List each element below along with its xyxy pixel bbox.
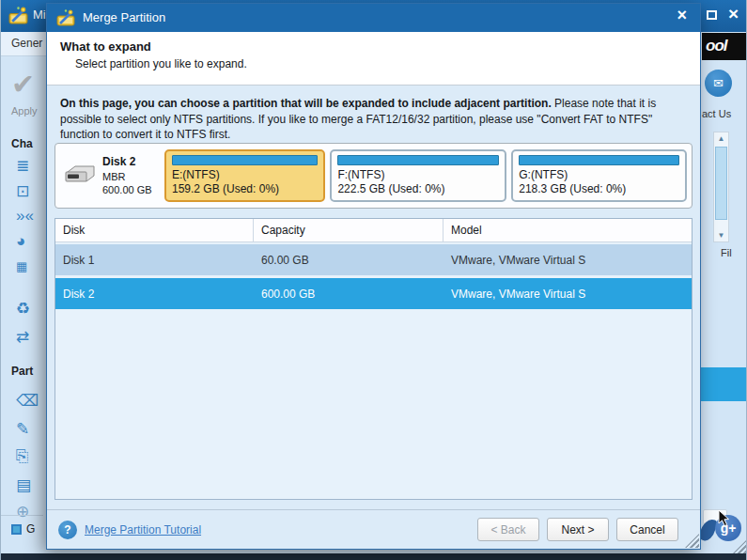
table-row-disk1[interactable]: Disk 1 60.00 GB VMware, VMware Virtual S bbox=[55, 244, 692, 275]
globe-icon[interactable]: ⊕ bbox=[16, 502, 44, 521]
legend-item: G bbox=[11, 522, 35, 536]
cancel-button[interactable]: Cancel bbox=[616, 518, 678, 541]
disk-name: Disk 2 bbox=[102, 155, 152, 170]
copy-icon[interactable]: ⎘ bbox=[16, 447, 44, 466]
column-header-model[interactable]: Model bbox=[444, 219, 692, 241]
disk-map-panel: Disk 2 MBR 600.00 GB E:(NTFS) 159.2 GB (… bbox=[54, 143, 693, 209]
contact-us-label[interactable]: act Us bbox=[702, 108, 731, 119]
cell-capacity: 60.00 GB bbox=[254, 254, 444, 267]
contact-us-icon[interactable]: ✉ bbox=[705, 70, 732, 97]
merge-icon[interactable]: »« bbox=[16, 207, 44, 226]
legend-label: G bbox=[26, 522, 35, 536]
disk-scheme: MBR bbox=[102, 170, 152, 183]
delete-icon[interactable]: ⌫ bbox=[16, 391, 44, 411]
dialog-title: Merge Partition bbox=[83, 10, 165, 24]
dialog-wand-icon bbox=[56, 8, 75, 27]
cell-disk: Disk 2 bbox=[55, 288, 254, 301]
sidebar-divider bbox=[1, 515, 43, 516]
main-window-title: Mi bbox=[33, 8, 46, 22]
dialog-footer: ? Merge Partition Tutorial < Back Next >… bbox=[47, 509, 700, 549]
partition-block-e[interactable]: E:(NTFS) 159.2 GB (Used: 0%) bbox=[164, 149, 325, 202]
scrollbar[interactable]: ▲ ▼ bbox=[713, 132, 729, 242]
tutorial-link[interactable]: Merge Partition Tutorial bbox=[85, 523, 201, 537]
disk-info: Disk 2 MBR 600.00 GB bbox=[60, 155, 160, 196]
partition-info: 159.2 GB (Used: 0%) bbox=[172, 182, 318, 196]
mouse-cursor bbox=[718, 509, 730, 531]
restore-button[interactable] bbox=[707, 10, 717, 20]
menu-general[interactable]: Gener bbox=[1, 32, 46, 56]
partition-block-f[interactable]: F:(NTFS) 222.5 GB (Used: 0%) bbox=[330, 149, 506, 202]
dialog-close-button[interactable]: × bbox=[677, 6, 687, 25]
dialog-titlebar[interactable]: Merge Partition × bbox=[47, 4, 700, 32]
partition-label: G:(NTFS) bbox=[519, 168, 679, 182]
back-button[interactable]: < Back bbox=[477, 518, 539, 541]
cell-disk: Disk 1 bbox=[55, 254, 254, 267]
minitool-logo: ool bbox=[702, 33, 747, 60]
app-wand-icon bbox=[8, 6, 28, 25]
disk-labels: Disk 2 MBR 600.00 GB bbox=[102, 155, 152, 196]
header-title: What to expand bbox=[60, 39, 687, 54]
dialog-buttons: < Back Next > Cancel bbox=[470, 518, 689, 541]
merge-partition-dialog: Merge Partition × What to expand Select … bbox=[46, 3, 701, 550]
partition-bar bbox=[172, 155, 318, 165]
help-icon: ? bbox=[58, 521, 77, 539]
cell-capacity: 600.00 GB bbox=[254, 288, 444, 301]
hard-drive-icon bbox=[64, 163, 96, 188]
main-left-toolbar: Gener ✔ Apply Cha ≣ ⊡ »« ◕ ▦ ♻ ⇄ Part ⌫ … bbox=[1, 32, 46, 554]
main-right-panel: ool ✉ act Us ▲ ▼ Fil g+ bbox=[701, 32, 747, 554]
apply-check-icon[interactable]: ✔ bbox=[11, 68, 35, 101]
section-partition-header: Part bbox=[11, 365, 33, 378]
instruction-text: On this page, you can choose a partition… bbox=[60, 96, 687, 143]
cell-model: VMware, VMware Virtual S bbox=[444, 254, 692, 267]
dialog-header: What to expand Select partition you like… bbox=[47, 32, 700, 86]
partition-bar bbox=[519, 155, 679, 165]
table-header: Disk Capacity Model bbox=[55, 219, 692, 242]
background-disk-row[interactable] bbox=[701, 367, 747, 401]
scroll-up-icon[interactable]: ▲ bbox=[714, 132, 728, 145]
convert-icon[interactable]: ⇄ bbox=[16, 327, 44, 347]
instruction-bold: On this page, you can choose a partition… bbox=[60, 97, 552, 110]
disk-table: Disk Capacity Model Disk 1 60.00 GB VMwa… bbox=[54, 218, 693, 500]
disk-capacity: 600.00 GB bbox=[102, 183, 152, 196]
recycle-icon[interactable]: ♻ bbox=[16, 299, 44, 319]
partition-bar bbox=[337, 155, 499, 165]
scrollbar-thumb[interactable] bbox=[715, 147, 727, 220]
partition-label: F:(NTFS) bbox=[337, 168, 499, 182]
label-icon[interactable]: ▦ bbox=[16, 259, 44, 273]
legend-swatch bbox=[11, 524, 22, 535]
file-system-column-partial: Fil bbox=[721, 247, 732, 258]
resize-icon[interactable]: ⊡ bbox=[16, 181, 44, 201]
pencil-icon[interactable]: ✎ bbox=[16, 419, 44, 439]
partition-block-g[interactable]: G:(NTFS) 218.3 GB (Used: 0%) bbox=[511, 149, 687, 202]
cell-model: VMware, VMware Virtual S bbox=[444, 288, 692, 301]
dialog-body: On this page, you can choose a partition… bbox=[47, 86, 700, 509]
column-header-capacity[interactable]: Capacity bbox=[254, 219, 444, 241]
main-close-button[interactable]: × bbox=[728, 4, 739, 24]
screen: Mi × Gener ✔ Apply Cha ≣ ⊡ »« ◕ ▦ ♻ ⇄ Pa… bbox=[0, 0, 747, 560]
section-change-header: Cha bbox=[11, 137, 33, 150]
window-bottom-border bbox=[1, 553, 747, 560]
next-button[interactable]: Next > bbox=[547, 518, 609, 541]
partition-label: E:(NTFS) bbox=[172, 168, 318, 182]
column-header-disk[interactable]: Disk bbox=[55, 219, 254, 241]
partition-info: 222.5 GB (Used: 0%) bbox=[337, 182, 499, 196]
properties-icon[interactable]: ▤ bbox=[16, 475, 44, 495]
partition-info: 218.3 GB (Used: 0%) bbox=[519, 182, 679, 196]
equalizer-icon[interactable]: ≣ bbox=[16, 156, 44, 176]
scroll-down-icon[interactable]: ▼ bbox=[714, 229, 728, 241]
table-row-disk2[interactable]: Disk 2 600.00 GB VMware, VMware Virtual … bbox=[55, 278, 692, 309]
pie-chart-icon[interactable]: ◕ bbox=[16, 232, 44, 251]
apply-label[interactable]: Apply bbox=[11, 105, 38, 117]
header-subtitle: Select partition you like to expand. bbox=[75, 57, 687, 70]
